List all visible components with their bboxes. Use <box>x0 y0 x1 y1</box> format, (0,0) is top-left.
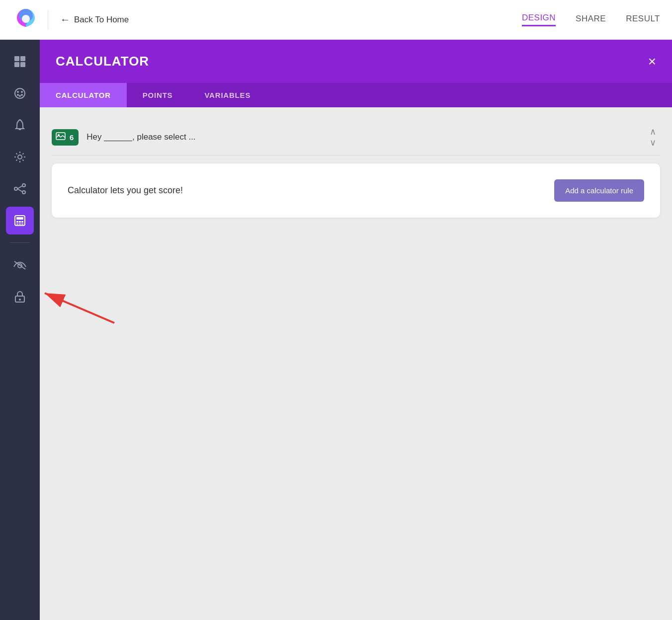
svg-rect-20 <box>16 221 18 223</box>
nav-divider <box>48 10 48 30</box>
back-to-home-link[interactable]: ← Back To Home <box>60 14 129 25</box>
svg-point-14 <box>22 184 25 187</box>
svg-point-8 <box>21 91 23 93</box>
calculator-card: Calculator lets you get score! Add a cal… <box>52 163 660 218</box>
sidebar-divider <box>10 242 30 243</box>
svg-rect-19 <box>16 217 23 220</box>
svg-rect-22 <box>21 221 23 223</box>
sidebar-item-calculator[interactable] <box>6 207 34 234</box>
svg-rect-4 <box>14 62 19 67</box>
panel-tabs: CALCULATOR POINTS VARIABLES <box>40 83 672 107</box>
svg-point-29 <box>19 299 21 301</box>
svg-point-13 <box>14 187 17 190</box>
svg-rect-3 <box>20 56 25 61</box>
arrow-down-button[interactable]: ∨ <box>650 138 656 147</box>
tab-share[interactable]: SHARE <box>576 14 606 26</box>
svg-line-17 <box>17 189 22 192</box>
content-area: CALCULATOR × CALCULATOR POINTS VARIABLES <box>40 40 672 620</box>
svg-point-1 <box>22 15 30 23</box>
top-nav-tabs: DESIGN SHARE RESULT <box>522 13 660 26</box>
question-arrows: ∧ ∨ <box>650 127 660 147</box>
question-badge: 6 <box>52 129 79 146</box>
arrow-up-button[interactable]: ∧ <box>650 127 656 136</box>
svg-rect-2 <box>14 56 19 61</box>
svg-point-7 <box>17 91 19 93</box>
svg-rect-21 <box>19 221 21 223</box>
panel-tab-variables[interactable]: VARIABLES <box>188 83 266 107</box>
svg-rect-24 <box>19 224 21 225</box>
svg-rect-23 <box>16 224 18 225</box>
question-image-icon <box>56 132 66 143</box>
svg-point-11 <box>21 94 23 96</box>
svg-line-16 <box>17 186 22 189</box>
logo[interactable] <box>12 5 40 35</box>
top-nav: ← Back To Home DESIGN SHARE RESULT <box>0 0 672 40</box>
question-badge-number: 6 <box>70 133 74 142</box>
svg-point-10 <box>19 95 21 97</box>
svg-point-15 <box>22 191 25 194</box>
sidebar-item-palette[interactable] <box>6 79 34 107</box>
main-layout: CALCULATOR × CALCULATOR POINTS VARIABLES <box>0 40 672 620</box>
panel-title: CALCULATOR <box>56 54 149 69</box>
tab-design[interactable]: DESIGN <box>522 13 556 26</box>
calc-card-text: Calculator lets you get score! <box>68 185 542 196</box>
sidebar-item-lock[interactable] <box>6 283 34 310</box>
svg-rect-5 <box>20 62 25 67</box>
add-calculator-rule-button[interactable]: Add a calculator rule <box>554 179 644 202</box>
sidebar-item-grid[interactable] <box>6 48 34 76</box>
tab-result[interactable]: RESULT <box>626 14 660 26</box>
question-text: Hey ______, please select ... <box>86 132 650 142</box>
close-button[interactable]: × <box>648 55 656 69</box>
sidebar-item-flow[interactable] <box>6 175 34 203</box>
back-label: Back To Home <box>74 15 129 25</box>
sidebar-item-bell[interactable] <box>6 111 34 139</box>
panel-tab-points[interactable]: POINTS <box>127 83 189 107</box>
panel-header: CALCULATOR × <box>40 40 672 83</box>
sidebar <box>0 40 40 620</box>
panel-body: 6 Hey ______, please select ... ∧ ∨ Calc… <box>40 107 672 620</box>
svg-rect-25 <box>21 224 23 225</box>
panel-tab-calculator[interactable]: CALCULATOR <box>40 83 127 107</box>
svg-point-9 <box>17 94 19 96</box>
back-arrow-icon: ← <box>60 14 70 25</box>
sidebar-item-settings[interactable] <box>6 143 34 171</box>
sidebar-item-hide[interactable] <box>6 251 34 279</box>
svg-point-12 <box>18 155 22 159</box>
question-row: 6 Hey ______, please select ... ∧ ∨ <box>52 119 660 155</box>
